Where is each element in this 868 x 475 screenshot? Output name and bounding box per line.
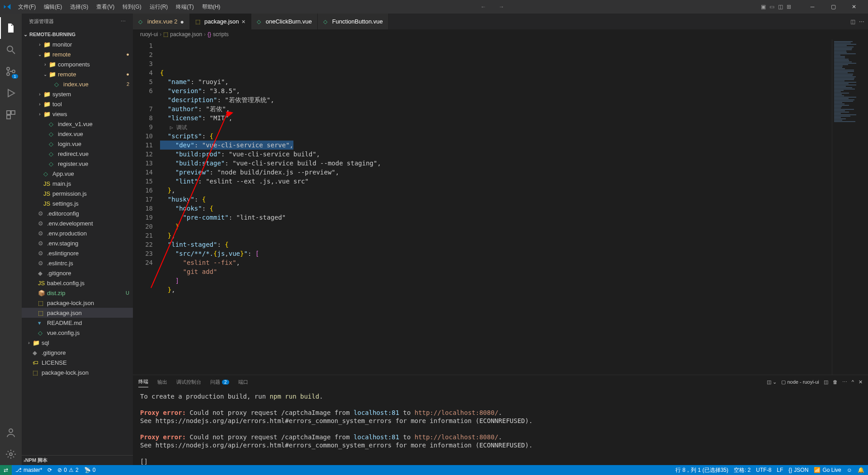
code-line-21[interactable]: "eslint --fix",	[160, 258, 832, 267]
tree-item-license[interactable]: 🏷LICENSE	[22, 357, 133, 367]
nav-back-icon[interactable]: ←	[479, 4, 488, 10]
code-line-4[interactable]: "description": "若依管理系统",	[160, 95, 832, 104]
code-line-24[interactable]: },	[160, 285, 832, 294]
minimap[interactable]	[832, 39, 868, 375]
panel-tab-输出[interactable]: 输出	[157, 377, 167, 387]
panel-maximize-icon[interactable]: ^	[852, 379, 854, 385]
npm-scripts-section[interactable]: › NPM 脚本	[22, 455, 133, 465]
status-language[interactable]: {} JSON	[788, 467, 808, 473]
tree-item-components[interactable]: ›📁components	[22, 59, 133, 69]
terminal-selector[interactable]: ▢ node - ruoyi-ui	[781, 379, 819, 385]
code-line-16[interactable]: "pre-commit": "lint-staged"	[160, 213, 832, 222]
code-line-6[interactable]: "license": "MIT",	[160, 113, 832, 122]
code-line-2[interactable]: "name": "ruoyi",	[160, 77, 832, 86]
tree-item-vue-config-js[interactable]: ◇vue.config.js	[22, 328, 133, 338]
status-cursor[interactable]: 行 8，列 1 (已选择35)	[675, 466, 728, 474]
code-line-13[interactable]: },	[160, 186, 832, 195]
panel-more-icon[interactable]: ⋯	[842, 379, 847, 385]
layout-customize-icon[interactable]: ⊞	[787, 4, 791, 10]
activity-explorer[interactable]	[0, 17, 22, 39]
window-close-button[interactable]: ✕	[844, 0, 864, 14]
tree-item--env-production[interactable]: ⚙.env.production	[22, 228, 133, 238]
code-line-3[interactable]: "version": "3.8.5",	[160, 86, 832, 95]
tree-item-views[interactable]: ›📁views	[22, 109, 133, 119]
tree-item-package-lock-json[interactable]: ⬚package-lock.json	[22, 298, 133, 308]
code-line-19[interactable]: "lint-staged": {	[160, 240, 832, 249]
code-line-23[interactable]: ]	[160, 276, 832, 285]
nav-forward-icon[interactable]: →	[497, 4, 506, 10]
menu-selection[interactable]: 选择(S)	[66, 1, 92, 13]
activity-search[interactable]	[0, 39, 22, 61]
code-editor[interactable]: 123456789101112131415161718192021222324 …	[133, 39, 868, 375]
menu-file[interactable]: 文件(F)	[14, 1, 39, 13]
code-line-14[interactable]: "husky": {	[160, 195, 832, 204]
tab-index-vue[interactable]: ◇index.vue 2●	[133, 14, 190, 29]
activity-scm[interactable]: 1	[0, 61, 22, 82]
code-line-20[interactable]: "src/**/*.{js,vue}": [	[160, 249, 832, 258]
terminal-prompt[interactable]: []	[140, 458, 148, 465]
tree-item--gitignore[interactable]: ◆.gitignore	[22, 348, 133, 357]
code-line-[interactable]: ▷ 调试	[160, 122, 832, 132]
panel-tab-调试控制台[interactable]: 调试控制台	[176, 377, 201, 387]
menu-view[interactable]: 查看(V)	[93, 1, 118, 13]
status-sync[interactable]: ⟳	[47, 467, 52, 473]
tree-item--editorconfig[interactable]: ⚙.editorconfig	[22, 208, 133, 218]
tree-item--eslintignore[interactable]: ⚙.eslintignore	[22, 248, 133, 258]
layout-panel-icon[interactable]: ▭	[769, 4, 774, 10]
terminal-split-pane-icon[interactable]: ◫	[824, 379, 828, 385]
window-maximize-button[interactable]: ▢	[823, 0, 844, 14]
status-eol[interactable]: LF	[777, 467, 783, 473]
terminal-split-icon[interactable]: ◫ ⌄	[767, 379, 777, 385]
split-editor-icon[interactable]: ◫	[850, 19, 855, 25]
tree-item-remote[interactable]: ⌄📁remote●	[22, 49, 133, 59]
activity-debug[interactable]	[0, 82, 22, 104]
menu-run[interactable]: 运行(R)	[146, 1, 172, 13]
tree-item-index-v1-vue[interactable]: ◇index_v1.vue	[22, 119, 133, 129]
code-line-11[interactable]: "preview": "node build/index.js --previe…	[160, 168, 832, 177]
tree-item-package-json[interactable]: ⬚package.json	[22, 308, 133, 318]
tree-item-index-vue[interactable]: ◇index.vue	[22, 129, 133, 139]
remote-indicator[interactable]: ⇄	[0, 465, 12, 475]
layout-sidebar-icon[interactable]: ◫	[778, 4, 783, 10]
panel-tab-终端[interactable]: 终端	[138, 376, 148, 387]
sidebar-more-icon[interactable]: ⋯	[121, 19, 126, 24]
code-line-7[interactable]: "scripts": {	[160, 132, 832, 141]
breadcrumb[interactable]: ruoyi-ui › ⬚ package.json › {} scripts	[133, 29, 868, 39]
tree-item-sql[interactable]: ›📁sql	[22, 338, 133, 348]
terminal-output[interactable]: To create a production build, run npm ru…	[133, 389, 868, 465]
layout-toggle-primary-icon[interactable]: ▣	[761, 4, 766, 10]
tree-item-package-lock-json[interactable]: ⬚package-lock.json	[22, 367, 133, 377]
tree-item-register-vue[interactable]: ◇register.vue	[22, 159, 133, 169]
code-line-18[interactable]: },	[160, 231, 832, 240]
status-branch[interactable]: ⎇ master*	[15, 467, 42, 473]
code-line-10[interactable]: "build:stage": "vue-cli-service build --…	[160, 159, 832, 168]
status-feedback-icon[interactable]: ☺	[847, 467, 852, 473]
tab-oneclickburn-vue[interactable]: ◇oneClickBurn.vue	[251, 14, 318, 29]
status-spaces[interactable]: 空格: 2	[734, 466, 750, 474]
menu-terminal[interactable]: 终端(T)	[172, 1, 197, 13]
tab-package-json[interactable]: ⬚package.json×	[190, 14, 251, 29]
tree-item-monitor[interactable]: ›📁monitor	[22, 39, 133, 49]
tree-item-main-js[interactable]: JSmain.js	[22, 179, 133, 188]
tree-item-system[interactable]: ›📁system	[22, 89, 133, 99]
activity-account[interactable]	[0, 422, 22, 443]
sidebar-section-header[interactable]: ⌄ REMOTE-BURNING	[22, 29, 133, 39]
tree-item-remote[interactable]: ⌄📁remote●	[22, 69, 133, 79]
status-problems[interactable]: ⊘ 0 ⚠ 2	[57, 467, 78, 473]
tree-item--env-staging[interactable]: ⚙.env.staging	[22, 238, 133, 248]
panel-close-icon[interactable]: ✕	[859, 379, 863, 385]
tree-item-tool[interactable]: ›📁tool	[22, 99, 133, 109]
terminal-kill-icon[interactable]: 🗑	[833, 379, 838, 385]
tree-item-login-vue[interactable]: ◇login.vue	[22, 139, 133, 149]
window-minimize-button[interactable]: ─	[802, 0, 823, 14]
close-icon[interactable]: ×	[242, 18, 245, 25]
code-line-12[interactable]: "lint": "eslint --ext .js,.vue src"	[160, 177, 832, 186]
status-encoding[interactable]: UTF-8	[756, 467, 771, 473]
status-ports[interactable]: 📡 0	[84, 467, 96, 473]
panel-tab-端口[interactable]: 端口	[238, 377, 248, 387]
activity-settings[interactable]	[0, 443, 22, 465]
code-line-8[interactable]: "dev": "vue-cli-service serve",	[160, 141, 293, 150]
tree-item-settings-js[interactable]: JSsettings.js	[22, 198, 133, 208]
code-line-1[interactable]: {	[160, 68, 832, 77]
tree-item-dist-zip[interactable]: 📦dist.zipU	[22, 288, 133, 298]
